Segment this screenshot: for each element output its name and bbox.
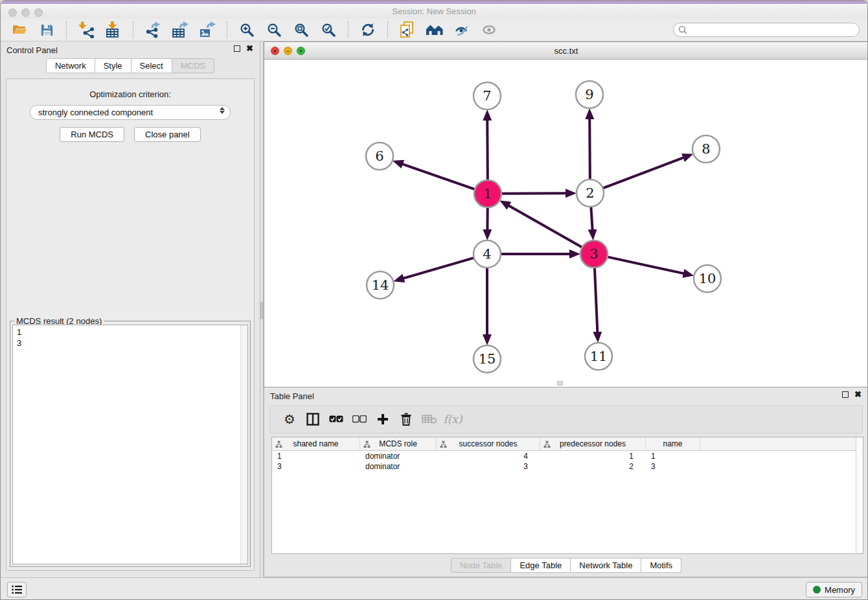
toolbar-separator xyxy=(387,21,388,38)
table-cell[interactable]: 4 xyxy=(437,451,540,461)
zoom-out-button[interactable] xyxy=(264,20,284,40)
control-panel: Control Panel ✖ NetworkStyleSelectMCDS O… xyxy=(1,41,260,577)
table-settings-button[interactable]: ⚙ xyxy=(278,408,301,430)
float-panel-icon[interactable] xyxy=(234,45,240,52)
search-input[interactable] xyxy=(673,23,860,37)
close-panel-button[interactable]: Close panel xyxy=(134,127,201,142)
session-title: Session: New Session xyxy=(1,6,867,16)
graph-node-label: 2 xyxy=(586,185,594,201)
optimization-criterion-select[interactable]: strongly connected component xyxy=(30,105,231,120)
zoom-fit-button[interactable] xyxy=(291,20,312,40)
graph-edge-4-14[interactable] xyxy=(404,258,474,279)
network-canvas[interactable]: 7968124314101511 xyxy=(264,60,868,387)
network-window-titlebar[interactable]: × − + scc.txt xyxy=(264,42,868,60)
graph-edge-1-7[interactable] xyxy=(487,120,488,179)
table-panel: Table Panel ✖ ⚙ xyxy=(264,387,868,577)
table-cell[interactable]: 3 xyxy=(272,461,360,472)
table-cell[interactable]: 3 xyxy=(646,461,700,472)
refresh-icon xyxy=(360,22,376,38)
column-type-icon xyxy=(275,441,282,448)
graph-edge-3-11[interactable] xyxy=(595,268,597,332)
close-panel-icon[interactable]: ✖ xyxy=(246,45,253,52)
column-layout-button[interactable] xyxy=(301,408,325,430)
graph-edge-2-3[interactable] xyxy=(591,207,592,230)
column-header-predecessor-nodes[interactable]: predecessor nodes xyxy=(540,437,646,450)
memory-status-icon xyxy=(813,586,821,594)
table-cell[interactable]: 1 xyxy=(646,451,700,461)
import-network-button[interactable] xyxy=(76,20,97,40)
table-cell[interactable]: dominator xyxy=(360,451,437,461)
column-header-label: shared name xyxy=(293,439,338,448)
graph-edge-2-8[interactable] xyxy=(604,157,684,188)
float-panel-icon[interactable] xyxy=(842,391,849,398)
column-header-successor-nodes[interactable]: successor nodes xyxy=(437,437,540,450)
table-row[interactable]: 1dominator411 xyxy=(272,451,863,461)
delete-table-button[interactable] xyxy=(418,408,441,430)
export-network-button[interactable] xyxy=(143,20,163,40)
export-image-button[interactable] xyxy=(197,20,218,40)
tab-style[interactable]: Style xyxy=(95,58,131,73)
open-session-button[interactable] xyxy=(9,20,30,40)
graph-edge-1-2[interactable] xyxy=(502,193,566,194)
tab-node-table[interactable]: Node Table xyxy=(451,558,512,573)
splitter-handle[interactable] xyxy=(260,302,263,319)
table-row[interactable]: 3dominator323 xyxy=(272,461,863,472)
refresh-view-button[interactable] xyxy=(358,20,378,40)
table-scrollbar[interactable] xyxy=(856,437,863,553)
result-line: 3 xyxy=(17,338,244,349)
tab-network-table[interactable]: Network Table xyxy=(571,558,641,573)
select-all-columns-button[interactable] xyxy=(325,408,348,430)
graph-node-label: 1 xyxy=(483,186,492,202)
table-cell[interactable]: 1 xyxy=(540,451,646,461)
tab-mcds[interactable]: MCDS xyxy=(172,58,214,73)
zoom-selected-button[interactable] xyxy=(318,20,339,40)
show-graphics-details-button[interactable] xyxy=(479,20,499,40)
column-header-name[interactable]: name xyxy=(646,437,700,450)
mcds-result-box[interactable]: 13 xyxy=(12,325,248,564)
table-cell[interactable]: 2 xyxy=(540,461,646,472)
graph-edge-3-1[interactable] xyxy=(508,205,582,247)
graph-edge-3-10[interactable] xyxy=(608,257,683,273)
save-session-button[interactable] xyxy=(36,20,57,40)
memory-button[interactable]: Memory xyxy=(806,582,862,597)
result-scrollbar[interactable] xyxy=(240,325,247,564)
delete-column-button[interactable] xyxy=(394,408,418,430)
run-mcds-button[interactable]: Run MCDS xyxy=(60,127,124,142)
task-history-button[interactable] xyxy=(7,582,27,597)
unchecked-boxes-icon xyxy=(352,415,367,423)
export-table-button[interactable] xyxy=(170,20,190,40)
function-builder-button[interactable]: f(x) xyxy=(441,408,464,430)
graph-edge-2-9[interactable] xyxy=(589,119,590,179)
zoom-in-icon xyxy=(240,23,255,38)
tab-select[interactable]: Select xyxy=(131,58,172,73)
new-network-file-icon xyxy=(400,21,415,38)
graph-edge-1-6[interactable] xyxy=(402,164,474,189)
function-icon: f(x) xyxy=(443,413,462,426)
network-graph[interactable]: 7968124314101511 xyxy=(264,60,868,387)
table-cell[interactable]: 3 xyxy=(437,461,540,472)
column-header-shared-name[interactable]: shared name xyxy=(272,437,360,450)
hide-graphics-details-button[interactable] xyxy=(451,20,472,40)
table-cell[interactable]: 1 xyxy=(272,451,360,461)
graph-node-label: 14 xyxy=(372,277,389,293)
column-type-icon xyxy=(363,441,371,448)
network-resize-handle[interactable] xyxy=(557,381,563,386)
first-neighbors-button[interactable] xyxy=(424,20,445,40)
zoom-fit-icon xyxy=(294,23,309,38)
import-network-icon xyxy=(78,21,95,38)
tab-network[interactable]: Network xyxy=(46,58,95,73)
graph-node-label: 10 xyxy=(699,271,716,286)
column-header-MCDS-role[interactable]: MCDS role xyxy=(360,437,437,450)
add-column-button[interactable] xyxy=(371,408,394,430)
tab-edge-table[interactable]: Edge Table xyxy=(511,558,571,573)
new-network-button[interactable] xyxy=(397,20,418,40)
application-window: Session: New Session xyxy=(0,0,868,600)
import-table-button[interactable] xyxy=(103,20,124,40)
control-panel-header: Control Panel ✖ xyxy=(1,41,260,58)
close-panel-icon[interactable]: ✖ xyxy=(854,391,862,398)
tab-motifs[interactable]: Motifs xyxy=(641,558,681,573)
mcds-result-lines: 13 xyxy=(13,325,247,350)
table-cell[interactable]: dominator xyxy=(360,461,437,472)
zoom-in-button[interactable] xyxy=(236,20,257,40)
deselect-all-columns-button[interactable] xyxy=(348,408,371,430)
